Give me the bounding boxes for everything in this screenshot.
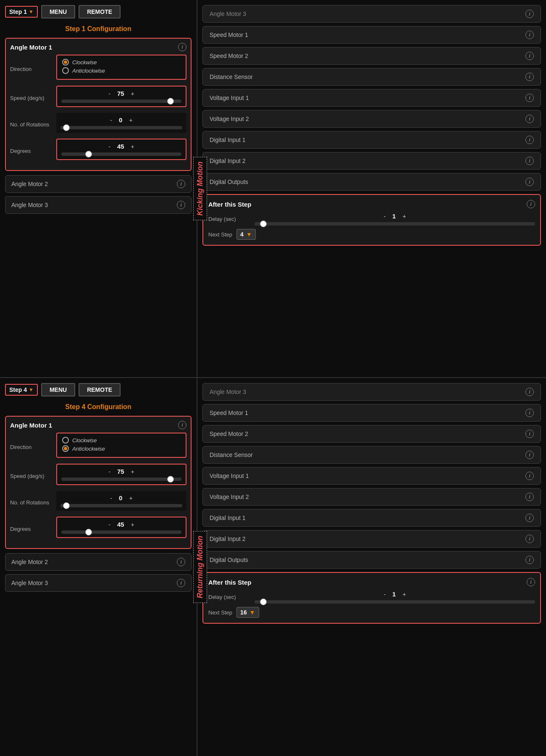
delay-thumb-2[interactable] <box>260 598 267 605</box>
delay-track-1[interactable] <box>255 222 535 226</box>
distance-info-2[interactable]: i <box>525 451 534 459</box>
step-label-2: Step <box>9 386 22 393</box>
right-menu-digital-2-2[interactable]: Digital Input 2 i <box>202 530 541 548</box>
rotations-plus-1[interactable]: + <box>129 117 132 123</box>
anticlockwise-radio-2[interactable] <box>62 445 69 452</box>
digital-out-info-1[interactable]: i <box>525 178 534 186</box>
digital-1-info-2[interactable]: i <box>525 514 534 522</box>
delay-minus-2[interactable]: - <box>383 591 386 598</box>
degrees-thumb-1[interactable] <box>85 151 92 158</box>
clockwise-row-1[interactable]: Clockwise <box>62 59 181 66</box>
speed-thumb-1[interactable] <box>167 98 174 105</box>
degrees-plus-2[interactable]: + <box>131 521 134 528</box>
right-menu-voltage-1-1[interactable]: Voltage Input 1 i <box>202 89 541 107</box>
angle-motor-2-row-2[interactable]: Angle Motor 2 i <box>5 553 192 571</box>
rotations-track-1[interactable] <box>60 126 182 129</box>
speed-motor-1-info-1[interactable]: i <box>525 31 534 39</box>
right-menu-voltage-1-2[interactable]: Voltage Input 1 i <box>202 467 541 485</box>
remote-btn-1[interactable]: REMOTE <box>79 5 121 18</box>
digital-1-info-1[interactable]: i <box>525 136 534 144</box>
right-menu-speed-motor-1-2[interactable]: Speed Motor 1 i <box>202 404 541 422</box>
rotations-thumb-2[interactable] <box>63 502 70 509</box>
right-menu-distance-1[interactable]: Distance Sensor i <box>202 68 541 86</box>
delay-plus-1[interactable]: + <box>402 213 406 220</box>
angle-motor-3-info-1[interactable]: i <box>177 201 185 209</box>
speed-thumb-2[interactable] <box>167 476 174 483</box>
delay-track-2[interactable] <box>255 600 535 604</box>
angle-motor-1-info[interactable]: i <box>178 43 186 51</box>
clockwise-radio-1[interactable] <box>62 59 69 66</box>
clockwise-radio-2[interactable] <box>62 437 69 444</box>
degrees-track-2[interactable] <box>61 530 181 534</box>
degrees-plus-1[interactable]: + <box>131 143 134 150</box>
voltage-1-info-2[interactable]: i <box>525 472 534 480</box>
step-selector-1[interactable]: Step 1 ▼ <box>5 6 38 18</box>
after-step-info-2[interactable]: i <box>527 578 535 586</box>
after-step-info-1[interactable]: i <box>527 200 535 208</box>
right-menu-speed-motor-1-1[interactable]: Speed Motor 1 i <box>202 26 541 44</box>
rotations-plus-2[interactable]: + <box>129 495 132 501</box>
right-menu-item-partial-1[interactable]: Angle Motor 3 i <box>202 5 541 23</box>
partial-info-1[interactable]: i <box>525 10 534 18</box>
rotations-track-2[interactable] <box>60 504 182 507</box>
speed-motor-1-info-2[interactable]: i <box>525 409 534 417</box>
voltage-2-info-1[interactable]: i <box>525 115 534 123</box>
delay-plus-2[interactable]: + <box>402 591 406 598</box>
angle-motor-2-info-2[interactable]: i <box>177 558 185 566</box>
next-step-row-2: Next Step 16 ▼ <box>208 607 535 618</box>
rotations-minus-1[interactable]: - <box>110 117 112 123</box>
right-menu-digital-out-2[interactable]: Digital Outputs i <box>202 551 541 569</box>
voltage-2-info-2[interactable]: i <box>525 493 534 501</box>
right-menu-voltage-2-1[interactable]: Voltage Input 2 i <box>202 110 541 128</box>
distance-info-1[interactable]: i <box>525 73 534 81</box>
rotations-minus-2[interactable]: - <box>110 495 112 501</box>
right-menu-digital-1-1[interactable]: Digital Input 1 i <box>202 131 541 149</box>
anticlockwise-radio-1[interactable] <box>62 67 69 74</box>
right-menu-digital-out-1[interactable]: Digital Outputs i <box>202 173 541 191</box>
speed-plus-2[interactable]: + <box>131 468 134 475</box>
step-selector-2[interactable]: Step 4 ▼ <box>5 384 38 396</box>
menu-btn-1[interactable]: MENU <box>41 5 75 18</box>
angle-motor-3-row-1[interactable]: Angle Motor 3 i <box>5 196 192 214</box>
right-menu-digital-1-2[interactable]: Digital Input 1 i <box>202 509 541 527</box>
next-step-select-2[interactable]: 16 ▼ <box>236 607 259 618</box>
digital-2-info-2[interactable]: i <box>525 535 534 543</box>
digital-2-info-1[interactable]: i <box>525 157 534 165</box>
degrees-minus-1[interactable]: - <box>108 143 110 150</box>
angle-motor-1-info-2[interactable]: i <box>178 421 186 429</box>
delay-controls-wrapper-2: - 1 + <box>255 591 535 604</box>
next-step-select-1[interactable]: 4 ▼ <box>236 229 256 240</box>
degrees-minus-2[interactable]: - <box>108 521 110 528</box>
rotations-thumb-1[interactable] <box>63 124 70 131</box>
right-menu-distance-2[interactable]: Distance Sensor i <box>202 446 541 464</box>
angle-motor-2-row-1[interactable]: Angle Motor 2 i <box>5 175 192 193</box>
speed-motor-2-info-1[interactable]: i <box>525 52 534 60</box>
menu-btn-2[interactable]: MENU <box>41 383 75 396</box>
voltage-1-info-1[interactable]: i <box>525 94 534 102</box>
speed-track-2[interactable] <box>61 478 181 481</box>
anticlockwise-row-1[interactable]: Anticlockwise <box>62 67 181 74</box>
delay-minus-1[interactable]: - <box>383 213 386 220</box>
right-menu-item-partial-2[interactable]: Angle Motor 3 i <box>202 383 541 401</box>
anticlockwise-row-2[interactable]: Anticlockwise <box>62 445 181 452</box>
degrees-track-1[interactable] <box>61 152 181 156</box>
digital-out-info-2[interactable]: i <box>525 556 534 564</box>
speed-plus-1[interactable]: + <box>131 90 134 97</box>
angle-motor-3-info-2[interactable]: i <box>177 579 185 587</box>
right-menu-voltage-2-2[interactable]: Voltage Input 2 i <box>202 488 541 506</box>
partial-info-2[interactable]: i <box>525 388 534 396</box>
speed-value-1: 75 <box>117 90 124 97</box>
angle-motor-3-row-2[interactable]: Angle Motor 3 i <box>5 574 192 592</box>
clockwise-row-2[interactable]: Clockwise <box>62 437 181 444</box>
speed-minus-1[interactable]: - <box>108 90 110 97</box>
speed-track-1[interactable] <box>61 100 181 103</box>
speed-minus-2[interactable]: - <box>108 468 110 475</box>
delay-thumb-1[interactable] <box>260 220 267 227</box>
angle-motor-2-info-1[interactable]: i <box>177 180 185 188</box>
right-menu-digital-2-1[interactable]: Digital Input 2 i <box>202 152 541 170</box>
right-menu-speed-motor-2-2[interactable]: Speed Motor 2 i <box>202 425 541 443</box>
speed-motor-2-info-2[interactable]: i <box>525 430 534 438</box>
right-menu-speed-motor-2-1[interactable]: Speed Motor 2 i <box>202 47 541 65</box>
remote-btn-2[interactable]: REMOTE <box>79 383 121 396</box>
degrees-thumb-2[interactable] <box>85 529 92 536</box>
